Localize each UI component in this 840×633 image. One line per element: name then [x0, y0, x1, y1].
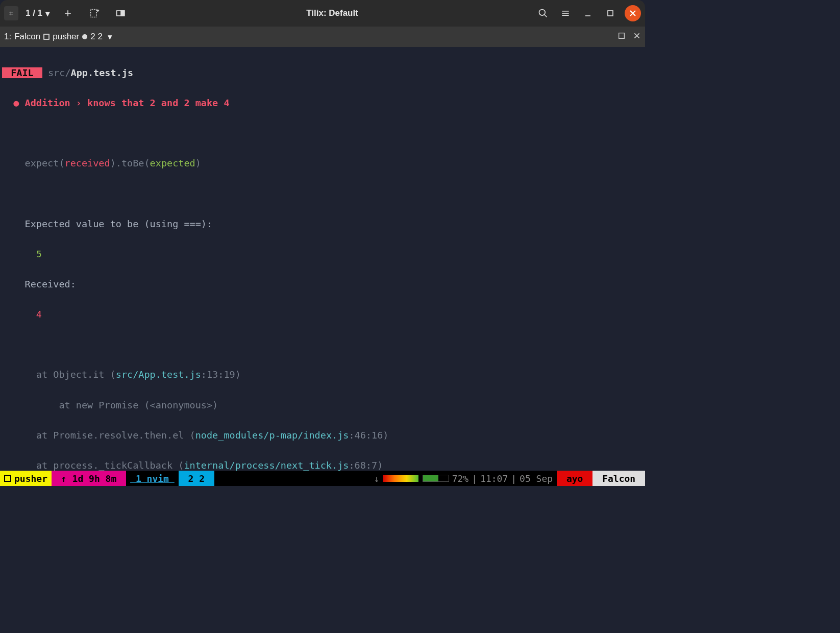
status-session[interactable]: pusher — [0, 471, 52, 486]
received-value: 4 — [2, 307, 643, 322]
status-window-current[interactable]: 2 2 — [179, 471, 214, 486]
activity-dot-icon — [82, 34, 87, 39]
received-label: Received: — [2, 277, 643, 292]
date: 05 Sep — [520, 473, 553, 484]
test-path-dir: src/ — [42, 67, 71, 78]
heat-gradient-icon — [383, 475, 418, 482]
bullet-icon: ● — [13, 98, 19, 108]
clock: 11:07 — [480, 473, 508, 484]
add-terminal-right-button[interactable] — [112, 5, 130, 22]
status-user: ayo — [557, 471, 592, 486]
stack-line-3: at Promise.resolve.then.el (node_modules… — [2, 428, 643, 443]
add-terminal-down-button[interactable] — [86, 5, 103, 22]
status-window-nvim[interactable]: 1 nvim — [126, 471, 179, 486]
status-uptime: ↑ 1d 9h 8m — [52, 471, 126, 486]
tab-close-button[interactable] — [633, 32, 641, 42]
svg-rect-13 — [608, 11, 613, 16]
fail-header: FAIL src/App.test.js — [2, 65, 643, 81]
svg-rect-16 — [619, 33, 625, 38]
svg-rect-6 — [121, 11, 125, 16]
tab-maximize-button[interactable] — [617, 32, 626, 42]
expect-expression: expect(received).toBe(expected) — [2, 156, 643, 171]
chevron-down-icon: ▾ — [45, 8, 50, 19]
tab-info[interactable]: 1: Falcon pusher 2 2 ▾ — [4, 32, 112, 42]
tab-index: 1: — [4, 32, 11, 42]
test-path-file: App.test.js — [71, 67, 134, 78]
svg-point-7 — [539, 10, 546, 16]
svg-line-8 — [545, 15, 547, 17]
hamburger-menu-button[interactable] — [557, 5, 574, 21]
status-right: ↓ 72% | 11:07 | 05 Sep — [214, 471, 557, 486]
session-counter-label: 1 / 1 — [26, 8, 42, 18]
chevron-down-icon: ▾ — [108, 32, 112, 42]
window-titlebar: ⌗ 1 / 1 ▾ Tilix: Default — [0, 0, 645, 27]
download-arrow-icon: ↓ — [374, 473, 380, 484]
close-button[interactable] — [625, 5, 641, 21]
status-host: Falcon — [592, 471, 645, 486]
square-icon — [4, 475, 11, 482]
app-icon: ⌗ — [4, 6, 18, 20]
tmux-statusbar: pusher ↑ 1d 9h 8m 1 nvim 2 2 ↓ 72% | 11:… — [0, 471, 645, 486]
tab-windows: 2 2 — [90, 32, 103, 42]
battery-bar-icon — [423, 475, 449, 482]
minimize-button[interactable] — [580, 5, 596, 21]
failing-test-title: ● Addition › knows that 2 and 2 make 4 — [2, 95, 643, 111]
fail-badge: FAIL — [2, 67, 42, 78]
session-counter[interactable]: 1 / 1 ▾ — [26, 8, 50, 19]
tab-name: Falcon — [14, 32, 40, 42]
window-title: Tilix: Default — [130, 8, 535, 18]
stack-line-1: at Object.it (src/App.test.js:13:19) — [2, 367, 643, 382]
tab-process: pusher — [53, 32, 79, 42]
expected-label: Expected value to be (using ===): — [2, 216, 643, 232]
svg-rect-2 — [91, 10, 97, 17]
stop-icon — [43, 34, 50, 40]
search-button[interactable] — [535, 5, 551, 21]
session-tabbar: 1: Falcon pusher 2 2 ▾ — [0, 27, 645, 47]
stack-line-2: at new Promise (<anonymous>) — [2, 398, 643, 413]
battery-percent: 72% — [452, 473, 469, 484]
failing-test-name: Addition › knows that 2 and 2 make 4 — [25, 98, 230, 108]
add-terminal-button[interactable] — [59, 5, 77, 22]
terminal-output[interactable]: FAIL src/App.test.js ● Addition › knows … — [0, 47, 645, 486]
expected-value: 5 — [2, 247, 643, 262]
maximize-button[interactable] — [602, 5, 619, 21]
